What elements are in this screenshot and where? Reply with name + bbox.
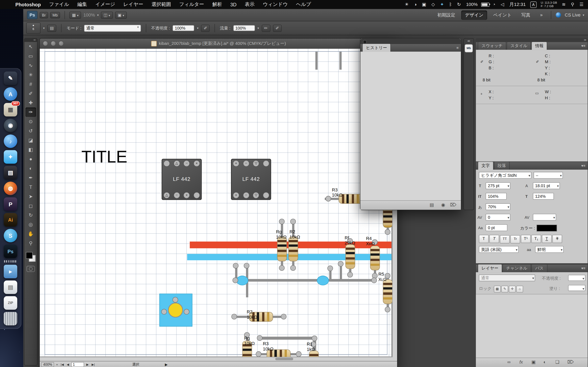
page-number-field[interactable]: 1 bbox=[71, 362, 84, 367]
panel-menu-icon[interactable]: ▾≡ bbox=[581, 164, 585, 168]
app-menu[interactable]: Photoshop bbox=[11, 2, 45, 7]
horizontal-scrollbar[interactable] bbox=[40, 357, 393, 361]
layer-mask-button[interactable]: ▣ bbox=[531, 359, 536, 365]
tab-channels[interactable]: チャンネル bbox=[502, 264, 531, 272]
document-titlebar[interactable]: kiban_2007blab_temp [更新済み].ai* @ 400% (C… bbox=[40, 39, 397, 49]
font-style-select[interactable]: – bbox=[534, 172, 563, 179]
toggle-brush-panel-button[interactable]: ▤ bbox=[47, 25, 56, 32]
menu-image[interactable]: イメージ bbox=[91, 1, 120, 8]
lock-position-button[interactable]: ✛ bbox=[509, 286, 516, 292]
tool-eyedropper[interactable]: ✐ bbox=[26, 89, 36, 98]
workspace-design[interactable]: デザイン bbox=[461, 10, 487, 20]
menu-help[interactable]: ヘルプ bbox=[292, 1, 315, 8]
tsume-select[interactable]: 70% bbox=[486, 203, 510, 210]
tool-eraser[interactable]: ◪ bbox=[26, 136, 36, 145]
subscript-button[interactable]: T₁ bbox=[531, 235, 541, 243]
tool-rotate-3d[interactable]: ↻ bbox=[26, 210, 36, 220]
prev-page-button[interactable]: ◀ bbox=[66, 363, 70, 366]
layer-effects-button[interactable]: fx bbox=[519, 359, 523, 365]
keyboard-viewer-icon[interactable]: ◔ bbox=[490, 2, 498, 7]
tool-type[interactable]: T bbox=[26, 182, 36, 192]
tab-info[interactable]: 情報 bbox=[531, 42, 547, 50]
twitter-icon[interactable]: ✦ bbox=[438, 2, 447, 7]
menu-view[interactable]: 表示 bbox=[241, 1, 259, 8]
airbrush-button[interactable]: ✏ bbox=[261, 25, 270, 32]
display-icon[interactable]: ▣ bbox=[419, 2, 429, 7]
menu-file[interactable]: ファイル bbox=[45, 1, 73, 8]
quick-mask-button[interactable] bbox=[26, 266, 35, 272]
tool-crop[interactable]: # bbox=[26, 79, 36, 89]
delete-state-button[interactable]: ⌦ bbox=[450, 202, 456, 208]
strikethrough-button[interactable]: Ŧ bbox=[553, 235, 562, 243]
tool-blur[interactable]: ● bbox=[26, 154, 36, 164]
faux-italic-button[interactable]: T bbox=[489, 235, 499, 243]
workspace-photo[interactable]: 写真 bbox=[518, 10, 534, 20]
brightness-icon[interactable]: ☀ bbox=[402, 2, 411, 7]
tool-move[interactable]: ↖ bbox=[26, 42, 36, 51]
underline-button[interactable]: T bbox=[542, 235, 552, 243]
superscript-button[interactable]: T¹ bbox=[521, 235, 531, 243]
tool-orbit-3d[interactable]: ◎ bbox=[26, 220, 36, 229]
volume-icon[interactable]: ◁ bbox=[498, 2, 507, 7]
small-caps-button[interactable]: Tr bbox=[510, 235, 520, 243]
dock-stack-documents[interactable]: ▤ bbox=[4, 281, 17, 294]
screen-mode-button[interactable]: ▣ ▾ bbox=[115, 11, 127, 18]
tablet-pressure-opacity-button[interactable]: ✐ bbox=[201, 25, 210, 32]
menu-window[interactable]: ウィンドウ bbox=[259, 1, 292, 8]
foreground-color-swatch[interactable] bbox=[26, 252, 33, 259]
horizontal-scrollbar-thumb[interactable] bbox=[275, 358, 293, 360]
tool-dodge[interactable]: ◐ bbox=[26, 164, 36, 173]
tab-paragraph[interactable]: 段落 bbox=[494, 161, 510, 170]
arrange-documents-button[interactable]: ◫ ▾ bbox=[101, 11, 113, 18]
lock-pixels-button[interactable]: ✎ bbox=[502, 286, 508, 292]
bridge-button[interactable]: Br bbox=[40, 12, 48, 18]
tool-shape[interactable]: ◻ bbox=[26, 201, 36, 210]
blend-mode-select[interactable]: 通常 bbox=[479, 275, 535, 281]
panel-menu-icon[interactable]: ▾≡ bbox=[581, 44, 585, 48]
panel-menu-icon[interactable]: ▾≡ bbox=[581, 266, 585, 270]
history-list[interactable] bbox=[360, 52, 461, 201]
font-size-field[interactable]: 275 pt bbox=[486, 182, 510, 189]
text-color-swatch[interactable] bbox=[536, 225, 557, 231]
workspace-paint[interactable]: ペイント bbox=[489, 10, 515, 20]
tool-path-selection[interactable]: ➤ bbox=[26, 192, 36, 201]
opacity-field[interactable]: 100% bbox=[173, 25, 194, 31]
tool-quick-selection[interactable]: ✳ bbox=[26, 70, 36, 79]
minibridge-button[interactable]: Mb bbox=[50, 12, 60, 18]
first-page-button[interactable]: |◀ bbox=[60, 363, 65, 366]
menu-analysis[interactable]: 解析 bbox=[208, 1, 226, 8]
lock-transparent-button[interactable]: ▦ bbox=[494, 286, 501, 292]
contrast-icon[interactable]: ◑ bbox=[411, 2, 419, 7]
dock-app-notebook[interactable]: ▤ bbox=[4, 166, 17, 179]
tab-layers[interactable]: レイヤー bbox=[478, 264, 502, 272]
dock-app-illustrator[interactable]: Ai bbox=[4, 213, 17, 226]
dock-app-pixelmator[interactable]: P bbox=[4, 197, 17, 211]
minibridge-panel-button[interactable]: Mb bbox=[465, 44, 473, 52]
dock-app-skype[interactable]: S bbox=[4, 229, 17, 242]
tool-gradient[interactable]: ◧ bbox=[26, 145, 36, 154]
tab-paths[interactable]: パス bbox=[531, 264, 547, 272]
zoom-button[interactable] bbox=[59, 41, 64, 46]
menu-layer[interactable]: レイヤー bbox=[119, 1, 147, 8]
tools-panel-collapse[interactable]: ≪ bbox=[24, 39, 37, 42]
tool-clone-stamp[interactable]: ⊙ bbox=[26, 117, 36, 126]
vertical-scale-field[interactable]: 104% bbox=[486, 193, 507, 200]
dock-app-firefox[interactable]: ◍ bbox=[4, 182, 17, 195]
dock-folder[interactable]: ▸ bbox=[4, 265, 17, 278]
blend-mode-select[interactable]: 通常▾ bbox=[84, 25, 141, 32]
link-layers-button[interactable]: ∞ bbox=[507, 359, 511, 365]
dock-app-store[interactable]: A bbox=[4, 87, 17, 101]
dock-app-notes[interactable]: ✎ bbox=[4, 72, 17, 85]
workspace-default[interactable]: 初期設定 bbox=[433, 10, 459, 20]
dock-app-photoshop[interactable]: Ps bbox=[4, 244, 17, 258]
antialias-select[interactable]: 鮮明 bbox=[535, 246, 564, 253]
battery-icon[interactable] bbox=[481, 2, 489, 7]
menu-edit[interactable]: 編集 bbox=[73, 1, 91, 8]
tool-zoom[interactable]: ⚲ bbox=[26, 239, 36, 248]
tool-history-brush[interactable]: ↺ bbox=[26, 126, 36, 136]
lock-all-button[interactable]: ⌂ bbox=[516, 286, 523, 292]
notification-list-icon[interactable]: ☰ bbox=[577, 2, 588, 7]
tool-hand[interactable]: ✋ bbox=[26, 229, 36, 239]
input-method-icon[interactable]: A bbox=[530, 1, 536, 8]
close-button[interactable] bbox=[43, 41, 48, 46]
